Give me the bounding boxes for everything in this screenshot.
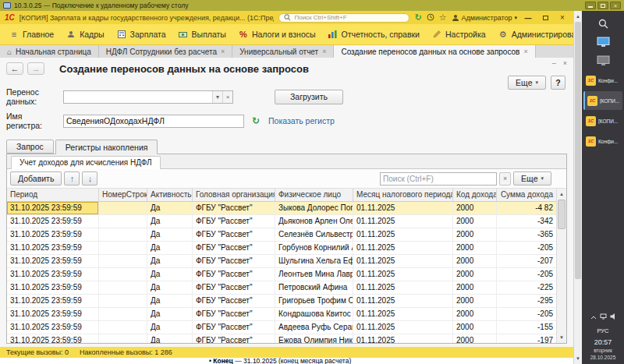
menu-item-salary[interactable]: Зарплата [111, 24, 172, 44]
table-cell[interactable]: 2000 [453, 308, 497, 320]
user-menu[interactable]: Администратор ▾ [452, 14, 517, 22]
tab-home[interactable]: ⌂ Начальная страница [0, 45, 99, 58]
rdp-scrollbar[interactable]: ▲ ▼ [573, 11, 582, 364]
table-cell[interactable]: Да [147, 228, 193, 241]
transfer-input[interactable]: ▾ × [63, 90, 233, 104]
table-cell[interactable]: -205 [497, 268, 556, 281]
tab-ndfl[interactable]: НДФЛ Сотрудники без расчета × [99, 45, 232, 58]
table-row[interactable]: 31.10.2025 23:59:59ДаФГБУ "Рассвет"Кондр… [7, 308, 556, 321]
table-cell[interactable]: 01.11.2025 [353, 242, 453, 254]
table-cell[interactable] [99, 334, 147, 343]
table-cell[interactable] [99, 242, 147, 254]
table-cell[interactable]: 31.10.2025 23:59:59 [7, 255, 99, 267]
rdp-maximize-button[interactable] [597, 2, 608, 9]
table-row[interactable]: 31.10.2025 23:59:59ДаФГБУ "Рассвет"Горбу… [7, 242, 556, 255]
table-cell[interactable]: Ежова Олимпия Ник [275, 334, 353, 343]
table-cell[interactable]: 01.11.2025 [353, 281, 453, 294]
table-cell[interactable]: ФГБУ "Рассвет" [193, 202, 275, 214]
table-cell[interactable]: 2000 [453, 228, 497, 241]
table-row[interactable]: 31.10.2025 23:59:59ДаФГБУ "Рассвет"Григо… [7, 295, 556, 308]
table-cell[interactable]: Григорьев Трофим Си [275, 295, 353, 307]
more-button[interactable]: Еще ▾ [508, 76, 546, 90]
close-icon[interactable]: × [322, 48, 326, 55]
table-cell[interactable]: 31.10.2025 23:59:59 [7, 334, 99, 343]
refresh-icon[interactable]: ↻ [252, 115, 260, 126]
table-cell[interactable]: Дьяконов Арлен Оле [275, 215, 353, 228]
rdp-close-button[interactable]: × [610, 2, 621, 9]
table-cell[interactable] [99, 308, 147, 320]
tab-registers[interactable]: Регистры накопления [55, 140, 158, 154]
table-cell[interactable]: Шульгина Хельга Еф [275, 255, 353, 267]
load-button[interactable]: Загрузить [275, 90, 343, 104]
help-button[interactable]: ? [551, 76, 566, 90]
sync-icon[interactable]: ↻ [414, 13, 421, 22]
table-cell[interactable]: 01.11.2025 [353, 334, 453, 343]
table-cell[interactable]: 01.11.2025 [353, 268, 453, 281]
history-icon[interactable] [427, 13, 434, 23]
column-header[interactable]: Активность [147, 189, 193, 201]
register-input-field[interactable] [64, 116, 243, 125]
table-cell[interactable]: 2000 [453, 334, 497, 343]
table-cell[interactable] [99, 215, 147, 228]
app-close-button[interactable]: × [556, 12, 569, 23]
table-cell[interactable]: ФГБУ "Рассвет" [193, 242, 275, 254]
table-cell[interactable]: -207 [497, 255, 556, 267]
table-cell[interactable]: Да [147, 281, 193, 294]
menu-item-main[interactable]: ≡ Главное [3, 24, 60, 44]
table-cell[interactable]: ФГБУ "Рассвет" [193, 228, 275, 241]
table-cell[interactable]: Да [147, 242, 193, 254]
column-header[interactable]: Головная организация [193, 189, 275, 201]
close-icon[interactable]: × [523, 48, 527, 55]
table-cell[interactable]: 31.10.2025 23:59:59 [7, 281, 99, 294]
table-cell[interactable]: 01.11.2025 [353, 295, 453, 307]
menu-item-hr[interactable]: Кадры [60, 24, 110, 44]
move-up-button[interactable]: ↑ [64, 171, 80, 186]
table-cell[interactable]: Да [147, 321, 193, 334]
transfer-input-field[interactable] [64, 92, 212, 101]
table-cell[interactable]: 31.10.2025 23:59:59 [7, 242, 99, 254]
table-row[interactable]: 31.10.2025 23:59:59ДаФГБУ "Рассвет"Шульг… [7, 255, 556, 268]
network-icon[interactable] [600, 309, 607, 323]
table-row[interactable]: 31.10.2025 23:59:59ДаФГБУ "Рассвет"Селез… [7, 228, 556, 242]
table-cell[interactable]: Кондрашова Квитос [275, 308, 353, 320]
table-cell[interactable]: 2000 [453, 255, 497, 267]
taskbar-rdp-button[interactable] [587, 52, 619, 69]
table-cell[interactable]: 2000 [453, 295, 497, 307]
table-cell[interactable] [99, 202, 147, 214]
tray-expand-icon[interactable] [590, 309, 597, 323]
table-search-input[interactable] [381, 175, 496, 183]
table-cell[interactable]: -205 [497, 242, 556, 254]
table-scrollbar[interactable]: ▲ ▼ [556, 189, 566, 343]
tab-data-transfer[interactable]: Создание переносов данных на основе запр… [334, 45, 535, 58]
column-header[interactable]: Период [7, 189, 99, 201]
table-cell[interactable]: Авдеева Руфь Серап [275, 321, 353, 334]
table-cell[interactable]: 31.10.2025 23:59:59 [7, 215, 99, 228]
taskbar-search-button[interactable] [587, 15, 619, 32]
table-cell[interactable]: 01.11.2025 [353, 228, 453, 241]
table-cell[interactable]: Да [147, 295, 193, 307]
table-cell[interactable]: 2000 [453, 281, 497, 294]
clear-icon[interactable]: × [222, 91, 232, 103]
table-cell[interactable]: Зыкова Долорес Поп [275, 202, 353, 214]
forward-button[interactable]: → [27, 62, 44, 75]
scrollbar-thumb[interactable] [558, 200, 566, 229]
scroll-down-icon[interactable]: ▼ [574, 354, 582, 363]
table-more-button[interactable]: Еще ▾ [513, 171, 551, 186]
table-cell[interactable]: Да [147, 202, 193, 214]
table-cell[interactable] [99, 295, 147, 307]
taskbar-app-1[interactable]: 1С Конфи... [583, 71, 622, 90]
table-cell[interactable]: 01.11.2025 [353, 215, 453, 228]
menu-item-reports[interactable]: Отчетность, справки [322, 24, 426, 44]
column-header[interactable]: Месяц налогового периода [353, 189, 453, 201]
table-cell[interactable] [99, 321, 147, 334]
table-row[interactable]: 31.10.2025 23:59:59ДаФГБУ "Рассвет"Авдее… [7, 321, 556, 334]
clear-search-icon[interactable]: × [499, 172, 511, 186]
volume-icon[interactable] [610, 309, 616, 323]
collapse-icon[interactable]: – [552, 59, 556, 67]
table-cell[interactable]: ФГБУ "Рассвет" [193, 268, 275, 281]
table-cell[interactable] [99, 268, 147, 281]
table-cell[interactable]: 31.10.2025 23:59:59 [7, 308, 99, 320]
table-cell[interactable]: -4 82 [497, 202, 556, 214]
table-row[interactable]: 31.10.2025 23:59:59ДаФГБУ "Рассвет"Дьяко… [7, 215, 556, 228]
move-down-button[interactable]: ↓ [82, 171, 98, 186]
